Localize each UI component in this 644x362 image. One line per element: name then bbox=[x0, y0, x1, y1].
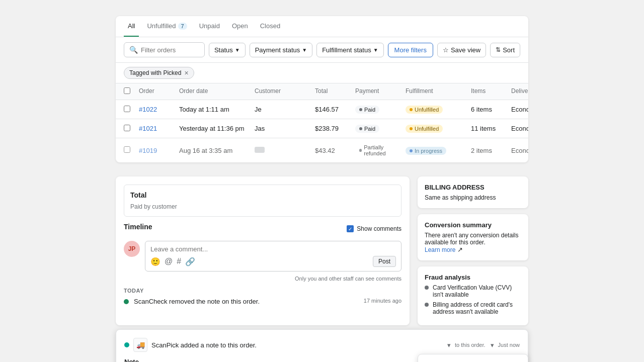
note-header: 🚚 ScanPick added a note to this order. ▾… bbox=[124, 338, 520, 352]
table-row[interactable]: #1022 Today at 1:11 am Je $146.57 Paid U… bbox=[116, 100, 528, 119]
comment-input-area[interactable]: 🙂 @ # 🔗 Post bbox=[145, 241, 401, 272]
order-detail-panel: Total Paid by customer Timeline ✓ Show c… bbox=[116, 176, 410, 325]
col-date: Order date bbox=[179, 87, 255, 96]
note-dropdown-icon[interactable]: ▾ bbox=[447, 341, 451, 349]
attachment-icon[interactable]: 🔗 bbox=[185, 257, 195, 266]
fraud-item-2: Billing address of credit card's address… bbox=[425, 301, 521, 315]
order-number[interactable]: #1021 bbox=[139, 125, 179, 132]
col-checkbox bbox=[124, 87, 139, 96]
order-number[interactable]: #1019 bbox=[139, 147, 179, 154]
teal-timeline-dot bbox=[124, 342, 129, 347]
billing-text: Same as shipping address bbox=[425, 194, 521, 201]
fulfillment-status-label: Fulfillment status bbox=[322, 46, 371, 54]
customer-name: Jas bbox=[255, 125, 315, 132]
table-row[interactable]: #1019 Aug 16 at 3:35 am $43.42 Partially… bbox=[116, 138, 528, 162]
table-row[interactable]: #1021 Yesterday at 11:36 pm Jas $238.79 … bbox=[116, 119, 528, 138]
col-customer: Customer bbox=[255, 87, 315, 96]
tab-unfulfilled-label: Unfulfilled bbox=[147, 22, 176, 30]
conversion-text: There aren't any conversion details avai… bbox=[425, 232, 521, 246]
event-text: ScanCheck removed the note on this order… bbox=[134, 298, 359, 305]
order-date: Today at 1:11 am bbox=[179, 106, 255, 113]
payment-status: Partially refunded bbox=[355, 143, 406, 157]
more-filters-button[interactable]: More filters bbox=[388, 43, 433, 57]
tab-unpaid[interactable]: Unpaid bbox=[195, 16, 224, 37]
page-wrapper: All Unfulfilled 7 Unpaid Open Closed 🔍 bbox=[0, 0, 644, 362]
items-count: 11 items bbox=[471, 125, 511, 132]
sort-icon: ⇅ bbox=[496, 46, 501, 53]
timeline-event: ScanCheck removed the note on this order… bbox=[124, 298, 401, 305]
col-total: Total bbox=[315, 87, 355, 96]
col-fulfillment: Fulfillment bbox=[406, 87, 471, 96]
total-title: Total bbox=[130, 191, 395, 199]
payment-status-label: Payment status bbox=[255, 46, 300, 54]
tabs-bar: All Unfulfilled 7 Unpaid Open Closed bbox=[116, 16, 528, 37]
billing-title: BILLING ADDRESS bbox=[425, 184, 521, 191]
filter-chip-label: Tagged with Picked bbox=[129, 69, 181, 76]
timeline-dot bbox=[124, 299, 129, 304]
fraud-text-1: Card Verification Value (CVV) isn't avai… bbox=[433, 284, 521, 298]
order-total: $146.57 bbox=[315, 106, 355, 113]
tab-open[interactable]: Open bbox=[228, 16, 252, 37]
emoji-icon[interactable]: 🙂 bbox=[150, 257, 160, 266]
show-comments-checkbox[interactable]: ✓ bbox=[347, 225, 354, 232]
conversion-title: Conversion summary bbox=[425, 221, 521, 229]
post-button[interactable]: Post bbox=[373, 256, 396, 267]
fraud-item-1: Card Verification Value (CVV) isn't avai… bbox=[425, 284, 521, 298]
delivery-method: Economy bbox=[511, 147, 528, 154]
comment-visibility-note: Only you and other staff can see comment… bbox=[124, 276, 401, 282]
note-options-icon[interactable]: ▾ bbox=[491, 341, 494, 349]
show-comments-toggle[interactable]: ✓ Show comments bbox=[347, 225, 401, 232]
detail-panels-row: Total Paid by customer Timeline ✓ Show c… bbox=[116, 176, 528, 325]
search-box[interactable]: 🔍 bbox=[124, 42, 205, 57]
status-filter-label: Status bbox=[214, 46, 233, 54]
mention-icon[interactable]: @ bbox=[165, 257, 173, 266]
customer-name bbox=[255, 147, 315, 154]
row-checkbox[interactable] bbox=[124, 146, 139, 154]
tab-open-label: Open bbox=[232, 22, 248, 30]
order-number[interactable]: #1022 bbox=[139, 106, 179, 113]
col-order: Order bbox=[139, 87, 179, 96]
status-chevron-icon: ▼ bbox=[235, 47, 240, 53]
payment-status: Paid bbox=[355, 124, 406, 133]
hashtag-icon[interactable]: # bbox=[177, 257, 181, 266]
items-count: 6 items bbox=[471, 106, 511, 113]
payment-chevron-icon: ▼ bbox=[302, 47, 307, 53]
billing-card: BILLING ADDRESS Same as shipping address bbox=[418, 176, 528, 208]
select-all-checkbox[interactable] bbox=[124, 87, 130, 94]
tab-closed[interactable]: Closed bbox=[256, 16, 284, 37]
status-filter-button[interactable]: Status ▼ bbox=[209, 43, 246, 57]
unfulfilled-badge: 7 bbox=[178, 23, 187, 30]
delivery-method: Economy bbox=[511, 125, 528, 132]
timeline-day-label: TODAY bbox=[124, 288, 401, 294]
filter-chip-remove[interactable]: × bbox=[184, 69, 188, 77]
fraud-card: Fraud analysis Card Verification Value (… bbox=[418, 266, 528, 325]
col-delivery: Delivery method bbox=[511, 87, 528, 96]
fulfillment-status: Unfulfilled bbox=[406, 124, 471, 133]
tab-unpaid-label: Unpaid bbox=[199, 22, 220, 30]
fulfillment-status: In progress bbox=[406, 146, 471, 155]
tab-all[interactable]: All bbox=[124, 16, 139, 37]
comment-input[interactable] bbox=[150, 245, 396, 253]
user-avatar: JP bbox=[124, 241, 140, 257]
learn-more-link[interactable]: Learn more bbox=[425, 246, 455, 253]
search-icon: 🔍 bbox=[129, 46, 138, 54]
timeline-section: Timeline ✓ Show comments JP 🙂 @ bbox=[124, 223, 401, 305]
fulfillment-status: Unfulfilled bbox=[406, 105, 471, 114]
fulfillment-status-filter-button[interactable]: Fulfillment status ▼ bbox=[316, 43, 383, 57]
payment-status-filter-button[interactable]: Payment status ▼ bbox=[250, 43, 313, 57]
save-view-button[interactable]: ☆ Save view bbox=[437, 43, 486, 57]
fraud-text-2: Billing address of credit card's address… bbox=[433, 301, 521, 315]
order-total: $43.42 bbox=[315, 147, 355, 154]
order-right-panel: BILLING ADDRESS Same as shipping address… bbox=[418, 176, 528, 325]
search-input[interactable] bbox=[141, 46, 199, 54]
sort-button[interactable]: ⇅ Sort bbox=[490, 43, 520, 57]
conversion-card: Conversion summary There aren't any conv… bbox=[418, 214, 528, 260]
row-checkbox[interactable] bbox=[124, 106, 139, 114]
note-time: Just now bbox=[498, 342, 520, 348]
order-date: Aug 16 at 3:35 am bbox=[179, 147, 255, 154]
row-checkbox[interactable] bbox=[124, 125, 139, 133]
tab-unfulfilled[interactable]: Unfulfilled 7 bbox=[143, 16, 191, 37]
comment-box: JP 🙂 @ # 🔗 Post bbox=[124, 241, 401, 272]
payment-status: Paid bbox=[355, 105, 406, 114]
toolbar: 🔍 Status ▼ Payment status ▼ Fulfillment … bbox=[116, 37, 528, 63]
